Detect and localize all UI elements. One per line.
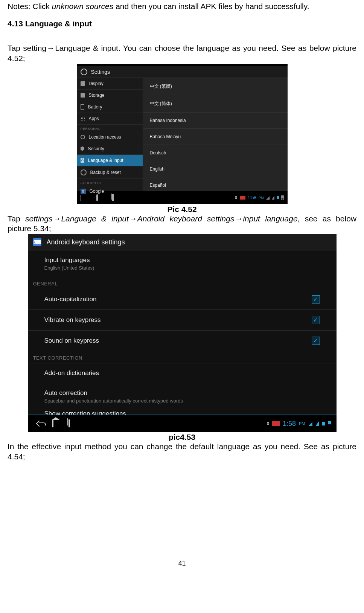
google-icon: g: [81, 189, 86, 194]
sidebar-category-personal: PERSONAL: [77, 125, 143, 131]
sidebar-item-battery[interactable]: Battery: [77, 101, 143, 113]
notification-icon: [272, 421, 280, 426]
row-sublabel: English (United States): [44, 265, 94, 271]
sidebar-label: Battery: [88, 104, 102, 110]
caption-pic453: pic4.53: [8, 433, 356, 442]
p2c: Language & input: [61, 214, 128, 223]
location-icon: [81, 135, 85, 139]
language-option[interactable]: Bahasa Indonesia: [143, 113, 288, 129]
sidebar-item-language-input[interactable]: Language & input: [77, 155, 143, 166]
navigation-bar: ⬍ 1:58PM ◢: [28, 415, 337, 432]
sidebar-item-backup[interactable]: Backup & reset: [77, 166, 143, 179]
notes-prefix: Notes: Click: [8, 2, 52, 11]
language-option[interactable]: 中文 (繁體): [143, 78, 288, 95]
row-label: Auto correction: [44, 389, 183, 397]
nav-home-icon[interactable]: [52, 420, 53, 427]
row-auto-correction[interactable]: Auto correction Spacebar and punctuation…: [28, 383, 337, 410]
nav-back-icon[interactable]: [81, 195, 87, 200]
battery-status-icon: [281, 195, 284, 200]
checkbox-checked-icon[interactable]: ✓: [312, 316, 320, 324]
storage-icon: [81, 93, 85, 98]
signal-bar-icon: [322, 422, 325, 425]
clock-time: 1:58: [248, 195, 256, 200]
nav-home-icon[interactable]: [96, 195, 103, 200]
clock-pm: PM: [299, 421, 305, 426]
backup-icon: [81, 169, 87, 175]
clock-time: 1:58: [283, 420, 296, 428]
sidebar-item-display[interactable]: Display: [77, 78, 143, 90]
apps-icon: [81, 116, 85, 121]
language-option[interactable]: Deutsch: [143, 145, 288, 161]
sidebar-category-accounts: ACCOUNTS: [77, 179, 143, 186]
usb-icon: ⬍: [234, 195, 238, 200]
language-list: 中文 (繁體) 中文 (简体) Bahasa Indonesia Bahasa …: [143, 78, 288, 191]
settings-header: Settings: [77, 66, 288, 78]
language-option[interactable]: English: [143, 161, 288, 177]
arrow-icon: →: [52, 214, 61, 224]
sidebar-label: Backup & reset: [90, 170, 121, 175]
language-option[interactable]: 中文 (简体): [143, 95, 288, 113]
p2b: settings: [25, 214, 52, 223]
row-input-languages[interactable]: Input languages English (United States): [28, 250, 337, 277]
signal-icon: [315, 421, 319, 426]
language-option[interactable]: Bahasa Melayu: [143, 129, 288, 145]
row-vibrate-on-keypress[interactable]: Vibrate on keypress ✓: [28, 310, 337, 331]
battery-status-icon: [328, 421, 331, 426]
checkbox-checked-icon[interactable]: ✓: [312, 295, 320, 303]
notes-italic: unknown sources: [52, 2, 113, 11]
sidebar-item-storage[interactable]: Storage: [77, 90, 143, 101]
category-general: GENERAL: [28, 277, 337, 289]
p2e: input language: [243, 214, 297, 223]
p1b: Language & input. You can choose the lan…: [8, 44, 356, 62]
app-icon: ⌨: [33, 238, 41, 246]
signal-bar-icon: [277, 196, 279, 199]
keyboard-settings-title: Android keyboard settings: [47, 238, 125, 246]
arrow-icon: →: [234, 214, 243, 224]
wifi-icon: ◢: [308, 421, 312, 427]
sidebar-item-apps[interactable]: Apps: [77, 113, 143, 125]
sidebar-item-location[interactable]: Location access: [77, 131, 143, 143]
nav-recent-icon[interactable]: [69, 420, 70, 427]
signal-icon: [272, 196, 274, 200]
nav-recent-icon[interactable]: [112, 195, 119, 200]
keyboard-settings-header: ⌨ Android keyboard settings: [28, 234, 337, 250]
notification-icon: [240, 196, 245, 200]
para-before-shot1: Tap setting→Language & input. You can ch…: [8, 43, 356, 63]
page-number: 41: [8, 560, 356, 567]
p2a: Tap: [8, 214, 25, 223]
sidebar-label: Display: [89, 81, 104, 86]
row-auto-capitalization[interactable]: Auto-capitalization ✓: [28, 289, 337, 310]
settings-sidebar: Display Storage Battery Apps PERSONAL Lo…: [77, 78, 143, 191]
para-before-shot2: Tap settings→Language & input→Android ke…: [8, 214, 356, 234]
row-label: Add-on dictionaries: [44, 369, 99, 377]
arrow-icon: →: [129, 214, 137, 224]
caption-pic452: Pic 4.52: [8, 205, 356, 214]
clock-pm: PM: [259, 196, 264, 200]
row-cutoff: Show correction suggestions: [28, 410, 337, 415]
display-icon: [81, 81, 85, 86]
sidebar-label: Language & input: [88, 158, 123, 163]
row-label-cutoff: Show correction suggestions: [28, 410, 337, 415]
row-label: Auto-capitalization: [44, 296, 97, 303]
section-heading: 4.13 Language & input: [8, 19, 356, 28]
sidebar-label: Location access: [89, 134, 121, 140]
category-text-correction: TEXT CORRECTION: [28, 351, 337, 363]
language-option[interactable]: Español: [143, 177, 288, 191]
sidebar-label: Google: [90, 189, 104, 194]
notes-suffix: and then you can install APK files by ha…: [113, 2, 309, 11]
settings-title: Settings: [91, 69, 110, 75]
sidebar-label: Storage: [89, 93, 105, 98]
shield-icon: [81, 146, 84, 151]
gear-icon: [81, 69, 87, 75]
row-addon-dictionaries[interactable]: Add-on dictionaries: [28, 363, 337, 383]
usb-icon: ⬍: [266, 421, 269, 426]
checkbox-checked-icon[interactable]: ✓: [312, 337, 320, 345]
row-sound-on-keypress[interactable]: Sound on keypress ✓: [28, 331, 337, 351]
screenshot-settings-language: Settings Display Storage Battery Apps PE…: [77, 64, 288, 204]
row-sublabel: Spacebar and punctuation automatically c…: [44, 398, 183, 404]
wifi-icon: ◢: [266, 195, 270, 200]
p1a: Tap setting: [8, 44, 46, 52]
status-area: ⬍ 1:58PM ◢: [266, 420, 331, 428]
row-label: Sound on keypress: [44, 337, 99, 345]
sidebar-item-security[interactable]: Security: [77, 143, 143, 155]
